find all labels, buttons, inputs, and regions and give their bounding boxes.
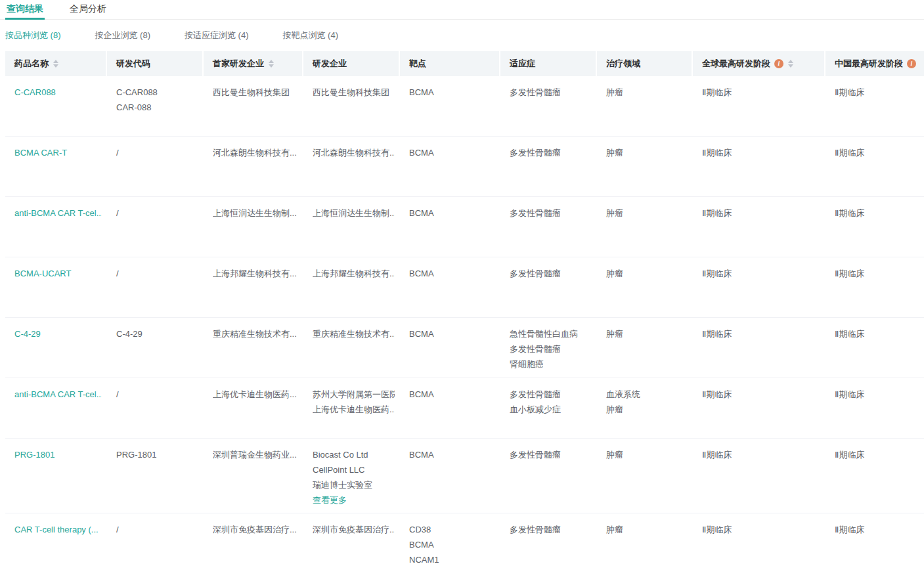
cell-first-developer: 河北森朗生物科技有... [204,137,303,196]
cell-therapy-areas: 肿瘤 [597,318,693,378]
cell-rd-code: / [107,257,204,317]
table-row: anti-BCMA CAR T-cel... / 上海恒润达生生物制... 上海… [5,197,924,257]
sort-icon[interactable] [53,60,58,68]
browse-tabs: 按品种浏览 (8) 按企业浏览 (8) 按适应症浏览 (4) 按靶点浏览 (4) [0,30,924,41]
cell-developers: 重庆精准生物技术有... [303,318,400,378]
cell-line: 重庆精准生物技术有... [313,326,395,341]
cell-line: 上海邦耀生物科技有... [213,266,298,281]
cell-line: 肿瘤 [606,447,688,462]
drug-name-link[interactable]: C-4-29 [14,326,102,341]
tab-global-analysis[interactable]: 全局分析 [68,0,108,19]
cell-drug-name: C-4-29 [5,318,107,378]
cell-indications: 多发性骨髓瘤血小板减少症 [500,378,597,438]
cell-line: BCMA [409,206,495,221]
drug-name-link[interactable]: anti-BCMA CAR T-cel... [14,206,102,221]
cell-rd-code: C-CAR088CAR-088 [107,76,204,136]
col-header-developers: 研发企业 [303,51,400,76]
drug-name-link[interactable]: C-CAR088 [14,85,102,100]
cell-line: 上海邦耀生物科技有... [313,266,395,281]
col-label-therapy-area: 治疗领域 [606,58,640,70]
cell-global-stage: Ⅱ期临床 [693,439,825,513]
cell-line: 河北森朗生物科技有... [213,145,298,160]
subtab-by-company[interactable]: 按企业浏览 (8) [95,30,151,41]
results-table: 药品名称 研发代码 首家研发企业 研发企业 靶点 适应症 治疗领域 [5,51,924,564]
cell-indications: 多发性骨髓瘤 [500,137,597,196]
cell-line: 血液系统 [606,387,688,402]
cell-line: 肿瘤 [606,522,688,537]
drug-name-link[interactable]: BCMA CAR-T [14,145,102,160]
cell-line: 上海优卡迪生物医药... [213,387,298,402]
col-header-global-stage[interactable]: 全球最高研发阶段 i [693,51,825,76]
cell-line: 多发性骨髓瘤 [510,447,592,462]
col-label-indications: 适应症 [510,58,535,70]
cell-line: 肿瘤 [606,402,688,417]
table-row: anti-BCMA CAR T-cel... / 上海优卡迪生物医药... 苏州… [5,378,924,439]
cell-line: 肿瘤 [606,266,688,281]
info-icon[interactable]: i [774,59,783,68]
col-header-targets: 靶点 [400,51,500,76]
subtab-by-target[interactable]: 按靶点浏览 (4) [283,30,339,41]
query-results-page: 查询结果 全局分析 按品种浏览 (8) 按企业浏览 (8) 按适应症浏览 (4)… [0,0,924,564]
subtab-by-product[interactable]: 按品种浏览 (8) [5,30,61,41]
drug-name-link[interactable]: PRG-1801 [14,447,102,462]
cell-line: BCMA [409,266,495,281]
drug-name-link[interactable]: anti-BCMA CAR T-cel... [14,387,102,402]
tab-query-results[interactable]: 查询结果 [5,0,45,19]
cell-line: 河北森朗生物科技有... [313,145,395,160]
cell-line: C-4-29 [116,326,198,341]
cell-line: 深圳普瑞金生物药业... [213,447,298,462]
cell-first-developer: 上海恒润达生生物制... [204,197,303,257]
table-row: BCMA-UCART / 上海邦耀生物科技有... 上海邦耀生物科技有... B… [5,257,924,318]
subtab-by-indication[interactable]: 按适应症浏览 (4) [185,30,249,41]
cell-drug-name: BCMA-UCART [5,257,107,317]
cell-global-stage: Ⅱ期临床 [693,76,825,136]
cell-line: PRG-1801 [116,447,198,462]
col-label-global-stage: 全球最高研发阶段 [702,58,770,70]
cell-line: 多发性骨髓瘤 [510,387,592,402]
cell-targets: BCMA [400,76,500,136]
cell-line: CD38 [409,522,495,537]
cell-global-stage: Ⅱ期临床 [693,318,825,378]
cell-line: / [116,266,198,281]
sort-icon[interactable] [788,60,793,68]
cell-targets: BCMA [400,257,500,317]
cell-line: 上海优卡迪生物医药... [313,402,395,417]
cell-drug-name: C-CAR088 [5,76,107,136]
cell-line: 肾细胞癌 [510,357,592,372]
see-more-link[interactable]: 查看更多 [313,492,395,508]
col-header-china-stage: 中国最高研发阶段 i [825,51,924,76]
cell-developers: 河北森朗生物科技有... [303,137,400,196]
cell-developers: Biocast Co LtdCellPoint LLC瑞迪博士实验室查看更多 [303,439,400,513]
cell-first-developer: 西比曼生物科技集团 [204,76,303,136]
cell-line: BCMA [409,447,495,462]
cell-global-stage: Ⅱ期临床 [693,137,825,196]
col-label-first-developer: 首家研发企业 [213,58,264,70]
cell-first-developer: 重庆精准生物技术有... [204,318,303,378]
cell-line: NCAM1 [409,552,495,564]
col-header-first-developer[interactable]: 首家研发企业 [204,51,303,76]
cell-rd-code: / [107,378,204,438]
col-header-drug-name[interactable]: 药品名称 [5,51,107,76]
cell-line: C-CAR088 [116,85,198,100]
cell-line: 西比曼生物科技集团 [213,85,298,100]
cell-line: CellPoint LLC [313,462,395,477]
cell-line: 急性骨髓性白血病 [510,326,592,341]
cell-indications: 多发性骨髓瘤 [500,513,597,564]
drug-name-link[interactable]: CAR T-cell therapy (... [14,522,102,537]
cell-line: 上海恒润达生生物制... [313,206,395,221]
drug-name-link[interactable]: BCMA-UCART [14,266,102,281]
cell-line: 肿瘤 [606,85,688,100]
cell-targets: BCMA [400,318,500,378]
cell-line: 肿瘤 [606,206,688,221]
col-label-china-stage: 中国最高研发阶段 [835,58,903,70]
cell-therapy-areas: 肿瘤 [597,513,693,564]
table-row: PRG-1801 PRG-1801 深圳普瑞金生物药业... Biocast C… [5,439,924,513]
sort-icon[interactable] [269,60,274,68]
cell-line: 瑞迪博士实验室 [313,477,395,492]
cell-drug-name: BCMA CAR-T [5,137,107,196]
cell-line: 上海恒润达生生物制... [213,206,298,221]
info-icon[interactable]: i [907,59,916,68]
col-header-indications: 适应症 [500,51,597,76]
cell-china-stage: Ⅱ期临床 [825,76,924,136]
cell-therapy-areas: 肿瘤 [597,439,693,513]
